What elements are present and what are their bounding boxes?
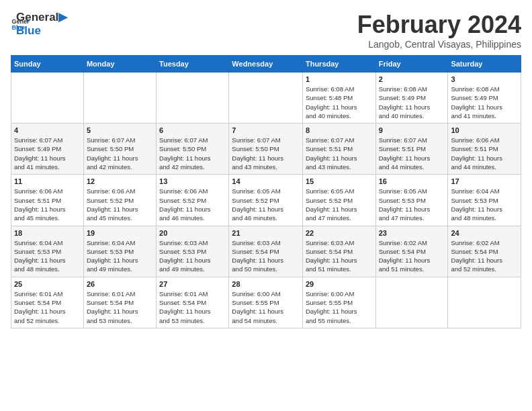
day-info: Sunrise: 6:05 AM Sunset: 5:53 PM Dayligh…	[379, 187, 445, 222]
calendar-cell: 4Sunrise: 6:07 AM Sunset: 5:49 PM Daylig…	[11, 124, 84, 175]
weekday-header: Friday	[375, 56, 448, 73]
day-info: Sunrise: 6:06 AM Sunset: 5:51 PM Dayligh…	[14, 187, 81, 222]
weekday-header: Wednesday	[229, 56, 303, 73]
calendar-cell: 24Sunrise: 6:02 AM Sunset: 5:54 PM Dayli…	[448, 226, 521, 277]
day-info: Sunrise: 6:03 AM Sunset: 5:54 PM Dayligh…	[306, 238, 373, 274]
day-number: 11	[14, 177, 81, 185]
day-info: Sunrise: 6:01 AM Sunset: 5:54 PM Dayligh…	[159, 289, 226, 325]
calendar-cell	[375, 277, 448, 328]
calendar-cell: 23Sunrise: 6:02 AM Sunset: 5:54 PM Dayli…	[375, 226, 448, 277]
calendar-cell: 16Sunrise: 6:05 AM Sunset: 5:53 PM Dayli…	[375, 175, 448, 226]
day-number: 21	[232, 229, 300, 237]
day-number: 2	[379, 75, 445, 83]
calendar-cell: 25Sunrise: 6:01 AM Sunset: 5:54 PM Dayli…	[11, 277, 84, 328]
day-number: 17	[451, 177, 518, 185]
calendar-cell: 1Sunrise: 6:08 AM Sunset: 5:48 PM Daylig…	[302, 73, 375, 124]
day-number: 28	[232, 280, 300, 288]
day-number: 12	[87, 177, 153, 185]
day-number: 16	[379, 177, 445, 185]
logo-text: General▶	[16, 11, 67, 24]
calendar-cell: 15Sunrise: 6:05 AM Sunset: 5:52 PM Dayli…	[302, 175, 375, 226]
day-info: Sunrise: 6:05 AM Sunset: 5:52 PM Dayligh…	[232, 187, 300, 222]
logo-subtext: Blue	[16, 24, 67, 38]
day-info: Sunrise: 6:07 AM Sunset: 5:50 PM Dayligh…	[87, 136, 153, 171]
calendar-cell: 18Sunrise: 6:04 AM Sunset: 5:53 PM Dayli…	[11, 226, 84, 277]
day-info: Sunrise: 6:05 AM Sunset: 5:52 PM Dayligh…	[306, 187, 373, 222]
calendar-cell: 27Sunrise: 6:01 AM Sunset: 5:54 PM Dayli…	[157, 277, 229, 328]
calendar-week-row: 1Sunrise: 6:08 AM Sunset: 5:48 PM Daylig…	[11, 73, 521, 124]
calendar-cell	[83, 73, 156, 124]
day-number: 10	[451, 126, 518, 134]
calendar-week-row: 25Sunrise: 6:01 AM Sunset: 5:54 PM Dayli…	[11, 277, 521, 328]
calendar-cell	[11, 73, 84, 124]
day-info: Sunrise: 6:07 AM Sunset: 5:51 PM Dayligh…	[379, 136, 445, 171]
logo: General Blue General▶ Blue	[11, 11, 67, 37]
calendar-cell: 7Sunrise: 6:07 AM Sunset: 5:50 PM Daylig…	[229, 124, 303, 175]
weekday-header: Tuesday	[157, 56, 229, 73]
weekday-header: Saturday	[448, 56, 521, 73]
day-info: Sunrise: 6:00 AM Sunset: 5:55 PM Dayligh…	[232, 289, 300, 325]
day-info: Sunrise: 6:02 AM Sunset: 5:54 PM Dayligh…	[379, 238, 445, 274]
day-info: Sunrise: 6:04 AM Sunset: 5:53 PM Dayligh…	[451, 187, 518, 222]
day-info: Sunrise: 6:06 AM Sunset: 5:52 PM Dayligh…	[159, 187, 226, 222]
day-info: Sunrise: 6:02 AM Sunset: 5:54 PM Dayligh…	[451, 238, 518, 274]
calendar-cell: 21Sunrise: 6:03 AM Sunset: 5:54 PM Dayli…	[229, 226, 303, 277]
calendar-cell: 12Sunrise: 6:06 AM Sunset: 5:52 PM Dayli…	[83, 175, 156, 226]
day-number: 8	[306, 126, 373, 134]
weekday-header: Thursday	[302, 56, 375, 73]
day-number: 18	[14, 229, 81, 237]
day-number: 27	[159, 280, 226, 288]
weekday-header: Sunday	[11, 56, 84, 73]
calendar-table: SundayMondayTuesdayWednesdayThursdayFrid…	[11, 55, 521, 328]
calendar-cell: 2Sunrise: 6:08 AM Sunset: 5:49 PM Daylig…	[375, 73, 448, 124]
day-number: 3	[451, 75, 518, 83]
day-number: 19	[87, 229, 153, 237]
day-info: Sunrise: 6:01 AM Sunset: 5:54 PM Dayligh…	[87, 289, 153, 325]
calendar-cell: 14Sunrise: 6:05 AM Sunset: 5:52 PM Dayli…	[229, 175, 303, 226]
header-row: SundayMondayTuesdayWednesdayThursdayFrid…	[11, 56, 521, 73]
day-info: Sunrise: 6:07 AM Sunset: 5:50 PM Dayligh…	[159, 136, 226, 171]
calendar-cell: 28Sunrise: 6:00 AM Sunset: 5:55 PM Dayli…	[229, 277, 303, 328]
weekday-header: Monday	[83, 56, 156, 73]
calendar-week-row: 4Sunrise: 6:07 AM Sunset: 5:49 PM Daylig…	[11, 124, 521, 175]
day-number: 29	[306, 280, 373, 288]
day-info: Sunrise: 6:07 AM Sunset: 5:51 PM Dayligh…	[306, 136, 373, 171]
day-number: 6	[159, 126, 226, 134]
calendar-cell	[229, 73, 303, 124]
day-info: Sunrise: 6:07 AM Sunset: 5:49 PM Dayligh…	[14, 136, 81, 171]
calendar-cell: 3Sunrise: 6:08 AM Sunset: 5:49 PM Daylig…	[448, 73, 521, 124]
day-number: 23	[379, 229, 445, 237]
day-number: 14	[232, 177, 300, 185]
calendar-week-row: 18Sunrise: 6:04 AM Sunset: 5:53 PM Dayli…	[11, 226, 521, 277]
calendar-cell: 11Sunrise: 6:06 AM Sunset: 5:51 PM Dayli…	[11, 175, 84, 226]
calendar-cell: 22Sunrise: 6:03 AM Sunset: 5:54 PM Dayli…	[302, 226, 375, 277]
day-info: Sunrise: 6:08 AM Sunset: 5:48 PM Dayligh…	[306, 85, 373, 120]
calendar-cell: 20Sunrise: 6:03 AM Sunset: 5:53 PM Dayli…	[157, 226, 229, 277]
day-info: Sunrise: 6:03 AM Sunset: 5:54 PM Dayligh…	[232, 238, 300, 274]
calendar-cell	[157, 73, 229, 124]
day-number: 4	[14, 126, 81, 134]
day-number: 7	[232, 126, 300, 134]
day-info: Sunrise: 6:03 AM Sunset: 5:53 PM Dayligh…	[159, 238, 226, 274]
calendar-cell: 19Sunrise: 6:04 AM Sunset: 5:53 PM Dayli…	[83, 226, 156, 277]
day-number: 20	[159, 229, 226, 237]
day-info: Sunrise: 6:00 AM Sunset: 5:55 PM Dayligh…	[306, 289, 373, 325]
month-title: February 2024	[357, 11, 521, 39]
day-number: 13	[159, 177, 226, 185]
day-info: Sunrise: 6:06 AM Sunset: 5:51 PM Dayligh…	[451, 136, 518, 171]
calendar-week-row: 11Sunrise: 6:06 AM Sunset: 5:51 PM Dayli…	[11, 175, 521, 226]
calendar-cell: 17Sunrise: 6:04 AM Sunset: 5:53 PM Dayli…	[448, 175, 521, 226]
day-number: 5	[87, 126, 153, 134]
day-info: Sunrise: 6:01 AM Sunset: 5:54 PM Dayligh…	[14, 289, 81, 325]
day-number: 1	[306, 75, 373, 83]
day-info: Sunrise: 6:08 AM Sunset: 5:49 PM Dayligh…	[379, 85, 445, 120]
day-number: 25	[14, 280, 81, 288]
day-info: Sunrise: 6:08 AM Sunset: 5:49 PM Dayligh…	[451, 85, 518, 120]
calendar-cell: 29Sunrise: 6:00 AM Sunset: 5:55 PM Dayli…	[302, 277, 375, 328]
day-number: 22	[306, 229, 373, 237]
page-header: General Blue General▶ Blue February 2024…	[11, 11, 521, 50]
day-info: Sunrise: 6:06 AM Sunset: 5:52 PM Dayligh…	[87, 187, 153, 222]
day-number: 15	[306, 177, 373, 185]
calendar-cell	[448, 277, 521, 328]
calendar-cell: 8Sunrise: 6:07 AM Sunset: 5:51 PM Daylig…	[302, 124, 375, 175]
